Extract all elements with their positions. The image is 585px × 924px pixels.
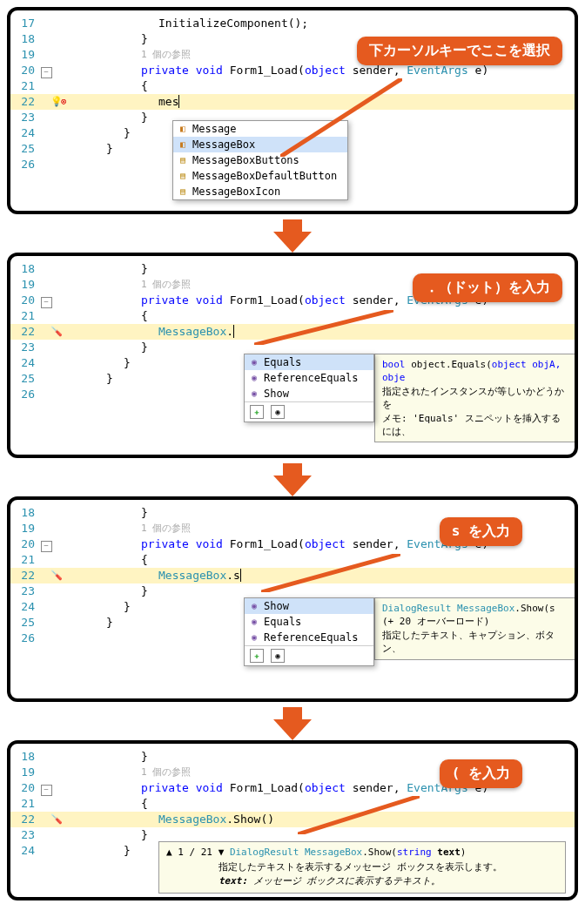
method-signature: private void Form1_Load(object sender, E… bbox=[54, 780, 488, 796]
line-num: 24 bbox=[10, 125, 38, 141]
quickinfo-tooltip: bool object.Equals(object objA, obje 指定さ… bbox=[374, 354, 575, 442]
brace: } bbox=[54, 843, 131, 859]
line-num: 19 bbox=[10, 277, 38, 293]
intellisense-popup[interactable]: ◧Message ◧MessageBox ▤MessageBoxButtons … bbox=[172, 120, 348, 200]
typed-class[interactable]: MessageBox bbox=[158, 813, 226, 826]
callout-1: 下カーソルキーでここを選択 bbox=[357, 37, 562, 65]
line-num: 24 bbox=[10, 599, 38, 615]
overload-next[interactable]: ▼ bbox=[219, 846, 225, 858]
overload-prev[interactable]: ▲ bbox=[166, 846, 172, 858]
fold-toggle[interactable]: − bbox=[41, 67, 52, 78]
line-num: 26 bbox=[10, 157, 38, 172]
brace: } bbox=[54, 110, 148, 125]
screwdriver-icon[interactable]: 🪛 bbox=[50, 568, 63, 580]
brace: } bbox=[54, 31, 148, 47]
line-num: 24 bbox=[10, 355, 38, 371]
callout-4: ( を入力 bbox=[440, 759, 522, 788]
brace: { bbox=[54, 552, 148, 568]
completion-item-selected[interactable]: ◉Show bbox=[245, 598, 373, 614]
line-num: 20 bbox=[10, 293, 38, 308]
code-text: InitializeComponent(); bbox=[54, 17, 308, 30]
line-num: 24 bbox=[10, 843, 38, 859]
brace: } bbox=[54, 505, 148, 521]
brace: } bbox=[54, 583, 148, 599]
typed-text[interactable]: mes bbox=[158, 95, 178, 108]
brace: } bbox=[54, 340, 148, 355]
codelens-ref[interactable]: 1 個の参照 bbox=[54, 765, 191, 780]
brace: } bbox=[54, 599, 131, 615]
method-icon: ◉ bbox=[248, 388, 260, 400]
line-num: 22 bbox=[10, 324, 38, 340]
line-num: 20 bbox=[10, 536, 38, 552]
callout-2: ．（ドット）を入力 bbox=[413, 273, 562, 302]
line-num: 25 bbox=[10, 615, 38, 631]
typed-parens[interactable]: () bbox=[260, 813, 274, 826]
brace: { bbox=[54, 796, 148, 812]
line-num: 23 bbox=[10, 340, 38, 355]
line-num: 25 bbox=[10, 141, 38, 157]
line-num: 18 bbox=[10, 505, 38, 521]
typed-class[interactable]: MessageBox bbox=[158, 325, 226, 338]
completion-item[interactable]: ◉ReferenceEquals bbox=[245, 370, 373, 386]
line-num: 23 bbox=[10, 827, 38, 843]
completion-item[interactable]: ◧Message bbox=[173, 121, 347, 137]
add-icon[interactable]: ✚ bbox=[250, 405, 264, 419]
completion-item-selected[interactable]: ◉Equals bbox=[245, 354, 373, 370]
screwdriver-icon[interactable]: 🪛 bbox=[50, 324, 63, 336]
codelens-ref[interactable]: 1 個の参照 bbox=[54, 521, 191, 536]
typed-method[interactable]: Show bbox=[233, 813, 260, 826]
line-num: 25 bbox=[10, 371, 38, 387]
completion-item[interactable]: ◉Equals bbox=[245, 614, 373, 630]
line-num: 21 bbox=[10, 796, 38, 812]
fold-toggle[interactable]: − bbox=[41, 785, 52, 796]
completion-item[interactable]: ◉ReferenceEquals bbox=[245, 630, 373, 645]
error-icon: ⊗ bbox=[61, 94, 73, 106]
brace: } bbox=[54, 261, 148, 277]
class-icon: ◧ bbox=[177, 123, 189, 135]
brace: } bbox=[54, 827, 148, 843]
brace: } bbox=[54, 125, 131, 141]
line-num: 21 bbox=[10, 308, 38, 324]
method-icon: ◉ bbox=[248, 631, 260, 644]
enum-icon: ▤ bbox=[177, 185, 189, 198]
method-signature: private void Form1_Load(object sender, E… bbox=[54, 536, 488, 552]
fold-toggle[interactable]: − bbox=[41, 541, 52, 552]
filter-icon[interactable]: ◉ bbox=[271, 405, 285, 419]
filter-icon[interactable]: ◉ bbox=[271, 649, 285, 663]
method-icon: ◉ bbox=[248, 372, 260, 384]
codelens-ref[interactable]: 1 個の参照 bbox=[54, 47, 191, 63]
line-num: 23 bbox=[10, 110, 38, 125]
brace: { bbox=[54, 308, 148, 324]
callout-3: s を入力 bbox=[440, 517, 522, 546]
line-num: 20 bbox=[10, 63, 38, 78]
screwdriver-icon[interactable]: 🪛 bbox=[50, 812, 63, 824]
intellisense-popup[interactable]: ◉Equals ◉ReferenceEquals ◉Show ✚◉ bbox=[244, 354, 374, 422]
typed-dot[interactable]: . bbox=[226, 325, 233, 338]
completion-item[interactable]: ▤MessageBoxButtons bbox=[173, 152, 347, 168]
completion-item[interactable]: ▤MessageBoxDefaultButton bbox=[173, 168, 347, 184]
brace: } bbox=[54, 355, 131, 371]
fold-toggle[interactable]: − bbox=[41, 297, 52, 308]
completion-item[interactable]: ▤MessageBoxIcon bbox=[173, 184, 347, 199]
line-num: 19 bbox=[10, 47, 38, 63]
class-icon: ◧ bbox=[177, 138, 189, 151]
codelens-ref[interactable]: 1 個の参照 bbox=[54, 277, 191, 293]
line-num: 26 bbox=[10, 631, 38, 646]
line-num: 21 bbox=[10, 78, 38, 94]
method-icon: ◉ bbox=[248, 356, 260, 368]
line-num: 17 bbox=[10, 16, 38, 31]
completion-item[interactable]: ◉Show bbox=[245, 386, 373, 401]
typed-class[interactable]: MessageBox bbox=[158, 569, 226, 582]
method-icon: ◉ bbox=[248, 600, 260, 612]
brace: } bbox=[54, 749, 148, 765]
completion-item-selected[interactable]: ◧MessageBox bbox=[173, 137, 347, 152]
line-num: 26 bbox=[10, 387, 38, 402]
line-num: 20 bbox=[10, 780, 38, 796]
add-icon[interactable]: ✚ bbox=[250, 649, 264, 663]
typed-text[interactable]: .s bbox=[226, 569, 240, 582]
overload-count: 1 / 21 bbox=[178, 846, 212, 858]
line-num: 18 bbox=[10, 31, 38, 47]
enum-icon: ▤ bbox=[177, 170, 189, 182]
line-num: 18 bbox=[10, 749, 38, 765]
intellisense-popup[interactable]: ◉Show ◉Equals ◉ReferenceEquals ✚◉ bbox=[244, 597, 374, 666]
